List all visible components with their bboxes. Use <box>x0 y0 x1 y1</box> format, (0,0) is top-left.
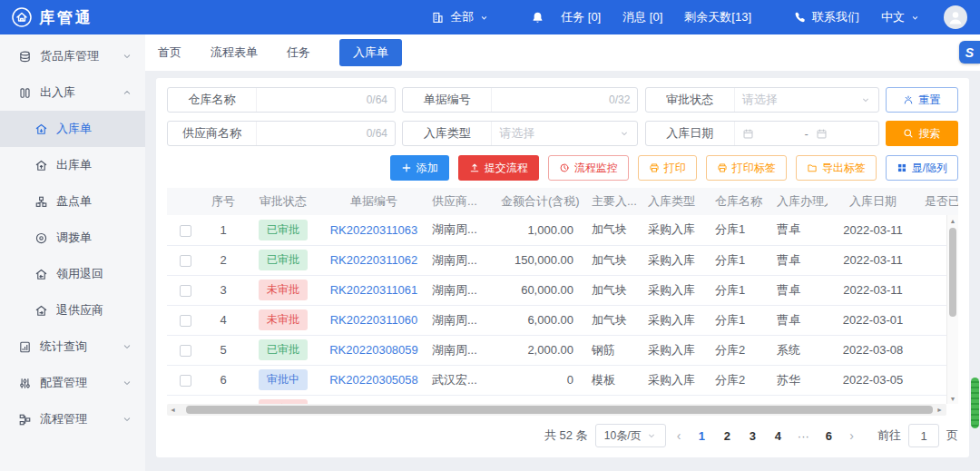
sidebar-item-outbound-order[interactable]: 出库单 <box>0 147 145 183</box>
col-header-date: 入库日期 <box>828 188 918 215</box>
search-button[interactable]: 搜索 <box>886 121 958 146</box>
reset-button[interactable]: 重置 <box>886 87 958 113</box>
cell-handler <box>769 395 828 404</box>
assistant-widget-glyph: S <box>965 45 974 60</box>
row-checkbox[interactable] <box>180 375 191 387</box>
vertical-scroll-thumb[interactable] <box>949 228 956 317</box>
cell-warehouse: 分库2 <box>708 365 769 395</box>
print-button[interactable]: 打印 <box>638 155 697 181</box>
sidebar-item-in-out-warehouse[interactable]: 出入库 <box>0 74 145 111</box>
submit-flow-button[interactable]: 提交流程 <box>458 155 539 181</box>
tab-flow-form[interactable]: 流程表单 <box>211 44 258 61</box>
page-number-3[interactable]: 3 <box>742 429 762 443</box>
table-wrapper: 序号审批状态单据编号供应商...金额合计(含税)主要入...入库类型仓库名称入库… <box>167 188 958 404</box>
cell-type: 采购入库 <box>641 245 708 275</box>
goods-db-icon <box>18 50 32 64</box>
inbound-type-select[interactable]: 请选择 <box>492 125 637 142</box>
prev-page-button[interactable]: ‹ <box>673 428 685 443</box>
table-header-row: 序号审批状态单据编号供应商...金额合计(含税)主要入...入库类型仓库名称入库… <box>167 188 958 215</box>
tab-home[interactable]: 首页 <box>158 44 181 61</box>
cell-doc-no: RK20220308059 <box>323 335 425 365</box>
sidebar-item-stocktake-order[interactable]: 盘点单 <box>0 183 145 220</box>
flow-monitor-button[interactable]: 流程监控 <box>548 155 629 181</box>
contact-link[interactable]: 联系我们 <box>793 9 859 25</box>
cell-type: 采购入库 <box>641 275 708 305</box>
cell-date: 2022-03-11 <box>828 215 918 245</box>
row-checkbox[interactable] <box>180 225 191 237</box>
cell-amount: 6,000.00 <box>501 305 584 335</box>
notifications[interactable] <box>531 11 544 25</box>
col-header-amount: 金额合计(含税) <box>501 188 584 215</box>
add-button[interactable]: 添加 <box>390 155 449 181</box>
next-page-button[interactable]: › <box>846 428 858 443</box>
col-header-warehouse: 仓库名称 <box>708 188 769 215</box>
vertical-scrollbar[interactable]: ▲ ▼ <box>946 215 958 404</box>
horizontal-scroll-thumb[interactable] <box>186 406 933 414</box>
sidebar-item-label: 出库单 <box>56 157 92 173</box>
page-number-4[interactable]: 4 <box>768 429 788 443</box>
page-number-6[interactable]: 6 <box>818 429 838 443</box>
sidebar-item-supplier-return[interactable]: 退供应商 <box>0 292 145 329</box>
status-badge: 未审批 <box>259 309 308 330</box>
cell-handler: 苏华 <box>769 365 828 395</box>
sidebar-item-stats-query[interactable]: 统计查询 <box>0 329 145 365</box>
sidebar-item-config-mgmt[interactable]: 配置管理 <box>0 365 145 401</box>
cell-seq <box>203 395 243 404</box>
scope-selector[interactable]: 全部 <box>431 9 489 25</box>
print-label-button[interactable]: 打印标签 <box>706 155 787 181</box>
scope-label: 全部 <box>450 9 474 25</box>
page-number-1[interactable]: 1 <box>691 429 711 443</box>
doc-no-link[interactable]: RK20220311062 <box>330 253 418 267</box>
page-size-select[interactable]: 10条/页 <box>595 424 666 447</box>
date-start-picker[interactable] <box>742 128 798 140</box>
cell-status: 未审批 <box>243 305 323 335</box>
sidebar-item-goods-warehouse[interactable]: 货品库管理 <box>0 38 145 74</box>
page-number-2[interactable]: 2 <box>717 429 737 443</box>
scroll-down-arrow-icon[interactable]: ▼ <box>947 393 958 404</box>
warehouse-name-input[interactable] <box>264 93 361 107</box>
sidebar-item-label: 流程管理 <box>40 411 87 427</box>
row-checkbox[interactable] <box>180 285 191 297</box>
horizontal-scrollbar[interactable]: ◄ ► <box>167 404 946 416</box>
doc-no-link[interactable]: RK20220308059 <box>329 343 418 357</box>
tasks-link[interactable]: 任务 [0] <box>561 9 601 25</box>
scroll-left-arrow-icon[interactable]: ◄ <box>170 407 177 413</box>
supplier-name-input[interactable] <box>264 127 361 141</box>
row-checkbox[interactable] <box>180 345 191 357</box>
sidebar-item-requisition-return[interactable]: 领用退回 <box>0 256 145 292</box>
doc-no-input[interactable] <box>499 93 603 107</box>
scroll-right-arrow-icon[interactable]: ► <box>936 407 944 413</box>
tab-tasks[interactable]: 任务 <box>287 44 310 61</box>
toggle-columns-button[interactable]: 显/隐列 <box>886 155 958 181</box>
date-end-picker[interactable] <box>816 128 871 140</box>
sidebar-item-flow-mgmt[interactable]: 流程管理 <box>0 401 145 437</box>
supplier-name-label: 供应商名称 <box>168 122 257 145</box>
doc-no-link[interactable]: RK20220311060 <box>330 313 418 327</box>
doc-no-link[interactable]: RK20220305058 <box>329 373 418 387</box>
tab-inbound-order[interactable]: 入库单 <box>339 39 402 66</box>
doc-no-link[interactable]: RK20220311061 <box>330 283 418 297</box>
sidebar-item-transfer-order[interactable]: 调拨单 <box>0 220 145 256</box>
export-label-button[interactable]: 导出标签 <box>796 155 877 181</box>
language-selector[interactable]: 中文 <box>881 9 920 25</box>
tasks-label: 任务 [0] <box>561 9 601 25</box>
row-checkbox[interactable] <box>180 315 191 327</box>
scroll-up-arrow-icon[interactable]: ▲ <box>947 215 958 226</box>
sidebar-item-inbound-order[interactable]: 入库单 <box>0 111 145 147</box>
assistant-widget[interactable]: S <box>959 41 980 64</box>
cell-type: 采购入库 <box>641 335 708 365</box>
warehouse-name-field: 仓库名称 0/64 <box>167 87 396 113</box>
requisition-return-icon <box>34 268 48 281</box>
green-handle-widget[interactable] <box>971 378 979 428</box>
messages-link[interactable]: 消息 [0] <box>622 9 662 25</box>
pagination-total: 共 52 条 <box>544 427 588 444</box>
table-row: 未审批 <box>167 395 958 404</box>
row-checkbox[interactable] <box>180 255 191 267</box>
avatar[interactable] <box>944 5 967 29</box>
app-window: 库管通 全部 任务 [0] 消息 [0] 剩余天数[13] 联系我们 <box>0 0 980 471</box>
goto-page-input[interactable] <box>908 424 939 447</box>
cell-seq: 2 <box>203 245 243 275</box>
approval-status-select[interactable]: 请选择 <box>735 92 878 108</box>
sidebar-item-label: 入库单 <box>56 121 92 137</box>
doc-no-link[interactable]: RK20220311063 <box>330 223 418 237</box>
